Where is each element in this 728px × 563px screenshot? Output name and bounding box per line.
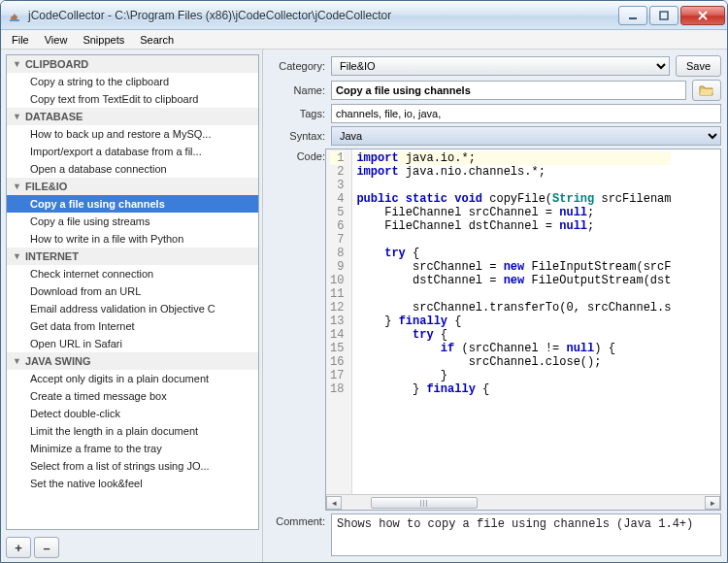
tree-item[interactable]: Copy a file using streams [7, 213, 258, 230]
tree-item[interactable]: Minimize a frame to the tray [7, 440, 258, 457]
titlebar[interactable]: jCodeCollector - C:\Program Files (x86)\… [1, 1, 727, 30]
menu-file[interactable]: File [5, 32, 36, 48]
tree-item[interactable]: Accept only digits in a plain document [7, 370, 258, 387]
add-button[interactable]: + [6, 537, 31, 558]
tree-category[interactable]: ▼JAVA SWING [7, 352, 258, 370]
folder-open-icon [699, 83, 714, 97]
tree-item[interactable]: Open URL in Safari [7, 335, 258, 352]
maximize-button[interactable] [649, 6, 678, 25]
app-window: jCodeCollector - C:\Program Files (x86)\… [0, 0, 728, 563]
category-select[interactable]: File&IO [331, 56, 670, 76]
scroll-thumb[interactable]: ||| [371, 497, 478, 509]
tree-item[interactable]: Check internet connection [7, 265, 258, 282]
tree-item[interactable]: Copy text from TextEdit to clipboard [7, 90, 258, 108]
code-editor[interactable]: 123456789101112131415161718 import java.… [325, 149, 721, 511]
svg-rect-1 [660, 12, 668, 19]
close-button[interactable] [680, 6, 725, 25]
syntax-label: Syntax: [267, 130, 325, 142]
tree-category[interactable]: ▼FILE&IO [7, 178, 258, 195]
tree-category[interactable]: ▼CLIPBOARD [7, 55, 258, 73]
minimize-button[interactable] [618, 6, 647, 25]
tree-item[interactable]: Open a database connection [7, 160, 258, 178]
menu-snippets[interactable]: Snippets [76, 32, 131, 48]
save-button[interactable]: Save [676, 55, 721, 77]
syntax-select[interactable]: Java [331, 126, 721, 146]
main-panel: Category: File&IO Save Name: Tags: Synta… [263, 50, 727, 562]
menu-search[interactable]: Search [133, 32, 181, 48]
tags-input[interactable] [331, 104, 721, 123]
scroll-left-arrow[interactable]: ◂ [326, 496, 342, 510]
chevron-down-icon: ▼ [13, 356, 21, 366]
tree-item[interactable]: Copy a string to the clipboard [7, 73, 258, 90]
tree-item[interactable]: Create a timed message box [7, 387, 258, 405]
remove-button[interactable]: – [34, 537, 59, 558]
chevron-down-icon: ▼ [13, 59, 21, 69]
comment-label: Comment: [267, 513, 325, 556]
tree-item[interactable]: Set the native look&feel [7, 475, 258, 492]
tree-item[interactable]: Email address validation in Objective C [7, 300, 258, 317]
name-label: Name: [267, 84, 325, 96]
tree-category[interactable]: ▼DATABASE [7, 108, 258, 125]
tree-item[interactable]: Detect double-click [7, 405, 258, 422]
tree-item[interactable]: Limit the length in a plain document [7, 422, 258, 440]
tree-item[interactable]: Import/export a database from a fil... [7, 143, 258, 160]
tags-label: Tags: [267, 108, 325, 119]
menu-view[interactable]: View [38, 32, 75, 48]
tree-item[interactable]: How to write in a file with Python [7, 230, 258, 248]
chevron-down-icon: ▼ [13, 251, 21, 261]
tree-item[interactable]: Get data from Internet [7, 317, 258, 335]
open-button[interactable] [692, 80, 721, 101]
name-input[interactable] [331, 81, 686, 100]
snippet-tree[interactable]: ▼CLIPBOARDCopy a string to the clipboard… [6, 54, 259, 530]
tree-item[interactable]: Copy a file using channels [7, 195, 258, 213]
comment-box[interactable]: Shows how to copy a file using channels … [331, 513, 721, 556]
code-label: Code: [267, 149, 325, 511]
scroll-right-arrow[interactable]: ▸ [705, 496, 720, 510]
horizontal-scrollbar[interactable]: ◂ ||| ▸ [326, 494, 720, 510]
scroll-track[interactable]: ||| [342, 496, 705, 510]
sidebar: ▼CLIPBOARDCopy a string to the clipboard… [1, 50, 263, 562]
svg-rect-0 [629, 17, 637, 19]
tree-item[interactable]: Download from an URL [7, 282, 258, 300]
line-gutter: 123456789101112131415161718 [326, 149, 352, 494]
chevron-down-icon: ▼ [13, 182, 21, 191]
app-icon [7, 8, 22, 23]
tree-item[interactable]: How to back up and restore a MySQ... [7, 125, 258, 143]
tree-item[interactable]: Select from a list of strings using JO..… [7, 457, 258, 475]
category-label: Category: [267, 60, 325, 72]
tree-category[interactable]: ▼INTERNET [7, 248, 258, 265]
window-title: jCodeCollector - C:\Program Files (x86)\… [28, 9, 618, 22]
chevron-down-icon: ▼ [13, 112, 21, 121]
code-text[interactable]: import java.io.*;import java.nio.channel… [352, 149, 675, 494]
menubar: File View Snippets Search [1, 30, 727, 50]
